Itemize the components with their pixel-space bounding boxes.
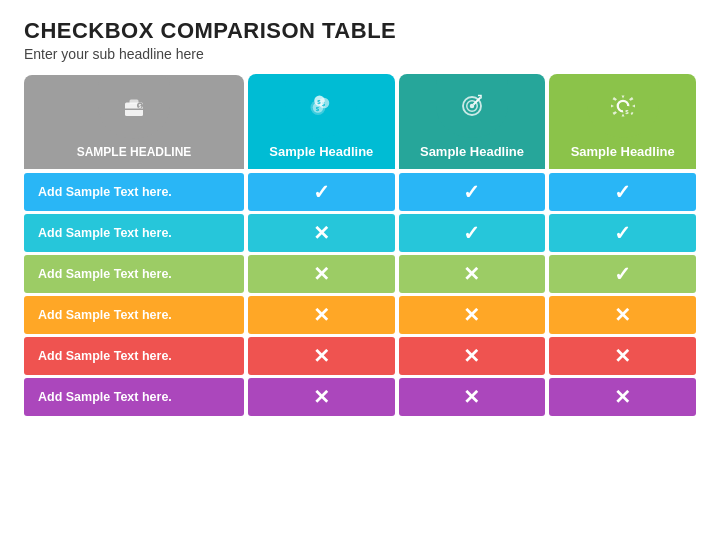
cross-icon: ✕ xyxy=(614,385,631,409)
checkmark-icon: ✓ xyxy=(463,180,480,204)
col-header-3: $ Sample Headline xyxy=(549,74,696,169)
briefcase-icon: $ xyxy=(116,89,152,125)
col-label-2: Sample Headline xyxy=(416,138,528,159)
svg-rect-1 xyxy=(130,100,139,105)
cross-icon: ✕ xyxy=(614,344,631,368)
data-row-4: Add Sample Text here.✕✕✕ xyxy=(24,337,696,375)
row-4-label: Add Sample Text here. xyxy=(24,337,244,375)
row-4-cell-1: ✕ xyxy=(248,337,395,375)
cross-icon: ✕ xyxy=(614,303,631,327)
icon-tab-0: $ xyxy=(98,75,170,139)
coins-icon: $ $ $ xyxy=(303,88,339,124)
icon-tab-2 xyxy=(436,74,508,138)
svg-text:$: $ xyxy=(139,103,142,109)
row-4-cell-2: ✕ xyxy=(399,337,546,375)
cross-icon: ✕ xyxy=(313,344,330,368)
col-header-1: $ $ $ Sample Headline xyxy=(248,74,395,169)
row-3-label: Add Sample Text here. xyxy=(24,296,244,334)
row-1-cell-3: ✓ xyxy=(549,214,696,252)
row-5-label: Add Sample Text here. xyxy=(24,378,244,416)
checkmark-icon: ✓ xyxy=(614,262,631,286)
cross-icon: ✕ xyxy=(313,385,330,409)
checkmark-icon: ✓ xyxy=(463,221,480,245)
data-rows: Add Sample Text here.✓✓✓Add Sample Text … xyxy=(24,173,696,526)
row-5-cell-2: ✕ xyxy=(399,378,546,416)
col-label-0: SAMPLE HEADLINE xyxy=(73,139,196,159)
row-3-cell-3: ✕ xyxy=(549,296,696,334)
gear-icon: $ xyxy=(605,88,641,124)
cross-icon: ✕ xyxy=(463,344,480,368)
col-label-1: Sample Headline xyxy=(265,138,377,159)
row-1-cell-1: ✕ xyxy=(248,214,395,252)
data-row-1: Add Sample Text here.✕✓✓ xyxy=(24,214,696,252)
checkmark-icon: ✓ xyxy=(313,180,330,204)
data-row-2: Add Sample Text here.✕✕✓ xyxy=(24,255,696,293)
row-0-cell-1: ✓ xyxy=(248,173,395,211)
row-5-cell-1: ✕ xyxy=(248,378,395,416)
col-label-3: Sample Headline xyxy=(567,138,679,159)
row-3-cell-2: ✕ xyxy=(399,296,546,334)
row-2-label: Add Sample Text here. xyxy=(24,255,244,293)
row-1-label: Add Sample Text here. xyxy=(24,214,244,252)
header-row: $ SAMPLE HEADLINE $ xyxy=(24,74,696,169)
row-4-cell-3: ✕ xyxy=(549,337,696,375)
cross-icon: ✕ xyxy=(463,262,480,286)
target-icon xyxy=(454,88,490,124)
row-0-label: Add Sample Text here. xyxy=(24,173,244,211)
row-3-cell-1: ✕ xyxy=(248,296,395,334)
table-wrapper: $ SAMPLE HEADLINE $ xyxy=(24,74,696,526)
page: CHECKBOX COMPARISON TABLE Enter your sub… xyxy=(0,0,720,540)
cross-icon: ✕ xyxy=(313,262,330,286)
row-2-cell-1: ✕ xyxy=(248,255,395,293)
row-0-cell-3: ✓ xyxy=(549,173,696,211)
col-header-2: Sample Headline xyxy=(399,74,546,169)
main-title: CHECKBOX COMPARISON TABLE xyxy=(24,18,696,44)
data-row-0: Add Sample Text here.✓✓✓ xyxy=(24,173,696,211)
row-0-cell-2: ✓ xyxy=(399,173,546,211)
row-2-cell-3: ✓ xyxy=(549,255,696,293)
cross-icon: ✕ xyxy=(313,303,330,327)
cross-icon: ✕ xyxy=(463,303,480,327)
row-5-cell-3: ✕ xyxy=(549,378,696,416)
icon-tab-1: $ $ $ xyxy=(285,74,357,138)
icon-tab-3: $ xyxy=(587,74,659,138)
cross-icon: ✕ xyxy=(313,221,330,245)
checkmark-icon: ✓ xyxy=(614,180,631,204)
row-2-cell-2: ✕ xyxy=(399,255,546,293)
cross-icon: ✕ xyxy=(463,385,480,409)
col-header-0: $ SAMPLE HEADLINE xyxy=(24,75,244,169)
data-row-3: Add Sample Text here.✕✕✕ xyxy=(24,296,696,334)
checkmark-icon: ✓ xyxy=(614,221,631,245)
data-row-5: Add Sample Text here.✕✕✕ xyxy=(24,378,696,416)
sub-headline: Enter your sub headline here xyxy=(24,46,696,62)
row-1-cell-2: ✓ xyxy=(399,214,546,252)
